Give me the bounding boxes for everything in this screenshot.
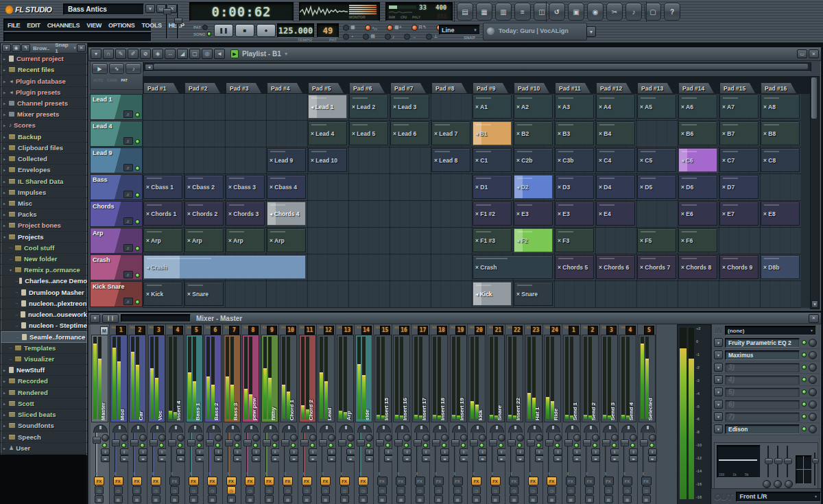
eq-knob[interactable] [763,480,771,488]
link-up-button[interactable]: ⇕ [309,448,318,455]
mixer-strip-snare[interactable]: INS21Snare⇕◂▸⬆FX◷▦ [487,324,506,504]
pan-knob[interactable] [320,424,334,433]
browser-window-button[interactable]: ≡ [514,3,531,21]
mixer-strip-selected[interactable]: SSelected⇕◂▸⬆FX◷▦ [638,324,657,504]
clip-d4[interactable]: × D4 [596,175,635,199]
mixer-strip-insert-16[interactable]: INS16Insert 16⇕◂▸⬆FX◷▦ [392,324,412,504]
clip-arp[interactable]: × Arp [267,228,306,252]
link-lr-button[interactable]: ◂▸ [327,455,336,462]
fx-slot-enable-led[interactable] [802,377,807,382]
fx-fader[interactable] [813,453,817,485]
link-lr-button[interactable]: ◂▸ [591,455,600,462]
record-disk-button[interactable]: ▦ [132,495,141,503]
pan-knob[interactable] [112,424,127,433]
record-disk-button[interactable]: ▦ [152,495,160,503]
strip-enable-led[interactable] [404,443,409,448]
pan-knob[interactable] [641,424,655,433]
clip-chords-1[interactable]: × Chords 1 [143,202,182,226]
fx-button[interactable]: FX [358,477,368,485]
input-selector[interactable]: (none) ▼ [725,326,816,335]
strip-enable-led[interactable] [329,443,333,448]
expand-arrow-icon[interactable]: – [10,357,15,361]
fx-button[interactable]: FX [471,477,481,485]
mouse-wheel-toggle[interactable]: ◔ [343,33,353,40]
expand-arrow-icon[interactable]: ▸ [3,435,9,440]
browser-item-new-folder[interactable]: –New folder [1,254,87,265]
clip-chords-5[interactable]: × Chords 5 [555,255,594,279]
stereo-knob[interactable] [460,434,468,442]
strip-enable-led[interactable] [442,443,446,448]
clip-d7[interactable]: × D7 [719,175,759,199]
link-lr-button[interactable]: ◂▸ [610,455,619,462]
fx-slot-enable-led[interactable] [802,414,807,419]
latency-clock-button[interactable]: ◷ [472,486,481,494]
link-lr-button[interactable]: ◂▸ [233,455,242,462]
track-enable-led[interactable] [135,139,140,144]
clip-f3[interactable]: × F3 [555,228,594,252]
browser-item-plugin-database[interactable]: ▸◄Plugin database [1,75,87,86]
fx-button[interactable]: FX [415,477,425,485]
mixer-close-button[interactable]: ✕ [809,314,819,323]
menu-options[interactable]: OPTIONS [105,21,138,30]
record-disk-button[interactable]: ▦ [302,495,311,503]
record-disk-button[interactable]: ▦ [265,495,274,503]
expand-arrow-icon[interactable]: ▸ [3,56,9,61]
record-disk-button[interactable]: ▦ [416,495,425,503]
mixer-strip-send-3[interactable]: SND3Send 3⇕◂▸⬆FX◷▦ [600,324,619,504]
browser-collapse-button[interactable]: ▾ [2,44,11,52]
browser-back-button[interactable]: ↰ [21,44,30,52]
cut-button[interactable]: ✂ [606,3,623,21]
link-up-button[interactable]: ⇕ [460,448,468,455]
clip-snare[interactable]: × Snare [184,282,224,306]
latency-clock-button[interactable]: ◷ [434,486,443,494]
browser-refresh-button[interactable]: ◉ [12,44,21,52]
output-selector[interactable]: Front L/R ▼ [736,492,821,502]
eq-band-slider[interactable] [785,444,789,479]
pan-knob[interactable] [282,424,296,433]
strip-enable-led[interactable] [461,443,466,448]
link-lr-button[interactable]: ◂▸ [176,455,185,462]
link-lr-button[interactable]: ◂▸ [648,455,657,462]
expand-arrow-icon[interactable]: ▸ [3,90,9,95]
browser-item-collected[interactable]: ▸Collected [1,154,87,165]
record-disk-button[interactable]: ▦ [604,495,613,503]
track-header-bass[interactable]: Bass♬ [90,174,143,200]
browser-item-drumloop-masher[interactable]: –Drumloop Masher [1,287,87,298]
fx-slot-enable-led[interactable] [802,389,807,394]
link-up-button[interactable]: ⇕ [346,448,355,455]
mic-button[interactable]: ♪ [625,3,642,21]
track-header-crash[interactable]: Crash♬ [90,254,143,280]
browser-item-recorded[interactable]: ▸Recorded [1,376,87,387]
fx-button[interactable]: FX [547,477,557,485]
link-up-button[interactable]: ⇕ [591,448,600,455]
step-sequencer-button[interactable]: ▦ [476,3,492,21]
mixer-strip-kick[interactable]: INS20kick⇕◂▸⬆FX◷▦ [468,324,487,504]
slip-tool[interactable]: ↔ [165,49,176,59]
browser-item-il-shared-data[interactable]: ▸IL Shared Data [1,176,87,187]
clip-c7[interactable]: × C7 [719,148,759,172]
link-up-button[interactable]: ⇕ [327,448,336,455]
clip-crash[interactable]: × Crash [473,255,553,279]
metronome-toggle[interactable]: ♪ [385,33,395,40]
ruler-marker-12[interactable]: Pad #12 [597,83,632,93]
browser-item-projects[interactable]: ▾Projects [1,232,87,243]
browser-item-seamle-formance[interactable]: –Seamle..formance [1,331,87,342]
clip-lead-2[interactable]: × Lead 2 [349,95,388,119]
clip-lead-5[interactable]: × Lead 5 [349,121,388,145]
track-enable-led[interactable] [135,219,140,224]
track-header-lead-1[interactable]: Lead 1♬ [90,94,143,120]
magnet-button[interactable]: ∩ [103,49,114,59]
fx-slot-mix-knob[interactable] [809,400,817,409]
link-up-button[interactable]: ⇕ [233,448,242,455]
strip-enable-led[interactable] [178,443,182,448]
mixer-strip-master[interactable]: MMaster⇕◂▸⬆FX◷▦ [91,324,110,504]
record-disk-button[interactable]: ▦ [547,495,556,503]
pan-knob[interactable] [244,424,259,433]
link-lr-button[interactable]: ◂▸ [271,455,280,462]
snap-selector[interactable]: Line ▼ [439,25,480,35]
ruler-marker-6[interactable]: Pad #6 [350,83,385,93]
latency-clock-button[interactable]: ◷ [529,486,538,494]
link-up-button[interactable]: ⇕ [139,448,147,455]
link-lr-button[interactable]: ◂▸ [252,455,261,462]
stereo-knob[interactable] [347,434,355,442]
